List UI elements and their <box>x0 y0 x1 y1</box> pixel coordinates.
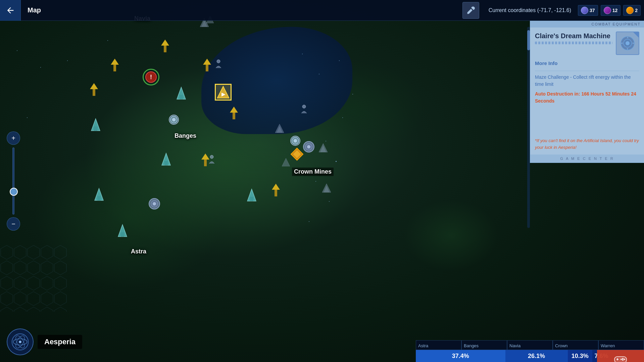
svg-rect-30 <box>204 160 207 166</box>
gear-node-icon-2 <box>302 140 315 154</box>
tab-name-astra: Astra <box>418 343 459 348</box>
svg-rect-15 <box>164 161 168 165</box>
area-icon <box>7 328 34 355</box>
svg-rect-21 <box>121 232 124 237</box>
tower-icon-5 <box>94 188 104 201</box>
svg-marker-25 <box>111 59 119 65</box>
svg-point-36 <box>302 105 306 108</box>
tower-icon-4 <box>247 188 257 202</box>
terrain-icon-6 <box>282 158 290 167</box>
gold-marker-6 <box>272 184 280 196</box>
zoom-slider[interactable] <box>12 147 14 215</box>
svg-marker-23 <box>161 40 169 46</box>
svg-rect-17 <box>250 197 253 201</box>
svg-marker-31 <box>201 154 209 160</box>
fill-banges-percent: 26.1% <box>528 353 545 360</box>
gold-marker-2 <box>111 59 119 71</box>
npc-marker-1 <box>300 104 308 113</box>
back-button[interactable] <box>0 0 21 21</box>
tab-name-navia: Navia <box>509 343 550 348</box>
svg-rect-28 <box>233 113 235 119</box>
svg-rect-24 <box>113 65 116 71</box>
gamer-guides-icon <box>614 355 627 362</box>
tower-icon-2 <box>91 118 101 131</box>
territory-tab-navia[interactable]: Navia <box>507 340 553 350</box>
hex-grid <box>0 245 67 312</box>
svg-marker-33 <box>272 184 280 190</box>
gold-marker-4 <box>230 107 238 119</box>
resource-bar: 37 12 2 <box>578 5 641 16</box>
svg-rect-34 <box>93 89 95 96</box>
panel-footer: G A M E C E N T E R <box>530 155 644 163</box>
svg-point-64 <box>626 41 630 45</box>
territory-tab-crown[interactable]: Crown <box>553 340 598 350</box>
svg-point-7 <box>294 139 297 142</box>
panel-note: *If you can't find it on the Artificial … <box>535 137 639 150</box>
territory-tabs: Astra Banges Navia Crown Warren <box>416 340 644 350</box>
svg-rect-26 <box>206 65 208 71</box>
more-info-button[interactable]: More Info <box>535 59 558 67</box>
fill-banges: 26.1% <box>505 350 568 362</box>
map-title: Map <box>28 6 462 14</box>
tool-button[interactable] <box>462 2 479 19</box>
header: Map Current coordinates (-71.7, -121.6) … <box>0 0 644 21</box>
resource-count-1: 37 <box>590 8 595 13</box>
gold-marker-3 <box>203 59 211 71</box>
area-indicator: Aesperia <box>7 328 82 355</box>
terrain-icon-3 <box>275 123 284 133</box>
resource-item-1: 37 <box>578 5 598 16</box>
fill-navia: 10.3% <box>568 350 592 362</box>
panel-description: Maze Challenge - Collect rift energy wit… <box>535 74 639 88</box>
gold-marker-5 <box>201 154 209 166</box>
tab-name-warren: Warren <box>601 343 642 348</box>
node-marker-1 <box>169 115 179 125</box>
svg-rect-22 <box>164 46 166 52</box>
tower-icon-1 <box>176 86 186 100</box>
coordinates-display: Current coordinates (-71.7, -121.6) <box>489 7 571 13</box>
svg-rect-32 <box>275 190 277 196</box>
item-icon-box <box>616 32 639 55</box>
gear-node-icon <box>148 197 161 210</box>
terrain-icon-5 <box>322 183 331 193</box>
map-controls: + − <box>7 131 20 231</box>
gold-marker-7 <box>90 83 98 96</box>
svg-point-37 <box>217 60 220 63</box>
svg-point-5 <box>172 118 176 121</box>
tower-icon-6 <box>117 224 128 237</box>
territory-tab-banges[interactable]: Banges <box>461 340 507 350</box>
auto-destruct-text: Auto Destruction in: 166 Hours 52 Minute… <box>535 90 639 105</box>
fill-astra-percent: 37.4% <box>452 353 469 360</box>
svg-text:▶: ▶ <box>221 92 226 97</box>
zoom-handle[interactable] <box>10 188 18 196</box>
svg-text:!: ! <box>150 74 152 80</box>
svg-marker-56 <box>282 158 290 166</box>
item-header: Claire's Dream Machine <box>535 32 639 55</box>
svg-point-38 <box>210 155 213 159</box>
resource-count-3: 2 <box>635 8 638 13</box>
fill-navia-percent: 10.3% <box>572 353 589 360</box>
zoom-in-button[interactable]: + <box>7 131 20 145</box>
svg-point-72 <box>622 358 624 359</box>
item-icon-corner <box>633 32 639 38</box>
terrain-icon-4 <box>319 143 328 153</box>
svg-point-74 <box>622 359 624 361</box>
svg-marker-27 <box>203 59 211 65</box>
area-name: Aesperia <box>38 335 82 349</box>
svg-rect-19 <box>97 196 101 200</box>
territory-tab-astra[interactable]: Astra <box>416 340 461 350</box>
panel-spacer <box>535 107 639 134</box>
svg-point-75 <box>621 359 622 360</box>
scroll-indicator[interactable] <box>527 27 530 228</box>
resource-icon-3 <box>626 7 634 14</box>
zoom-out-button[interactable]: − <box>7 217 20 231</box>
panel-divider-1 <box>535 71 639 71</box>
info-panel: COMBAT EQUIPMENT Claire's Dream Machine <box>530 21 644 163</box>
svg-rect-46 <box>0 245 67 312</box>
resource-icon-2 <box>604 7 611 14</box>
tower-icon-3 <box>161 153 171 166</box>
tab-name-crown: Crown <box>555 343 596 348</box>
gold-marker-1 <box>161 40 169 52</box>
panel-content: Claire's Dream Machine More Info <box>530 27 644 155</box>
svg-rect-71 <box>617 358 618 360</box>
territory-tab-warren[interactable]: Warren <box>598 340 644 350</box>
